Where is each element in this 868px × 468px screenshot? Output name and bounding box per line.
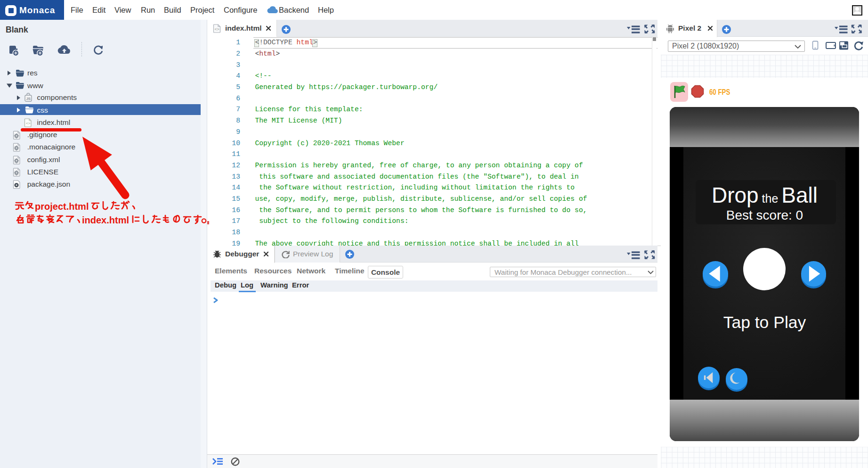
svg-text:<>: <>: [26, 121, 31, 125]
svg-text:<>: <>: [215, 27, 219, 32]
svg-text:index.html: index.html: [82, 215, 129, 225]
svg-text:project.html: project.html: [35, 201, 89, 212]
svg-text:JS: JS: [26, 97, 31, 101]
